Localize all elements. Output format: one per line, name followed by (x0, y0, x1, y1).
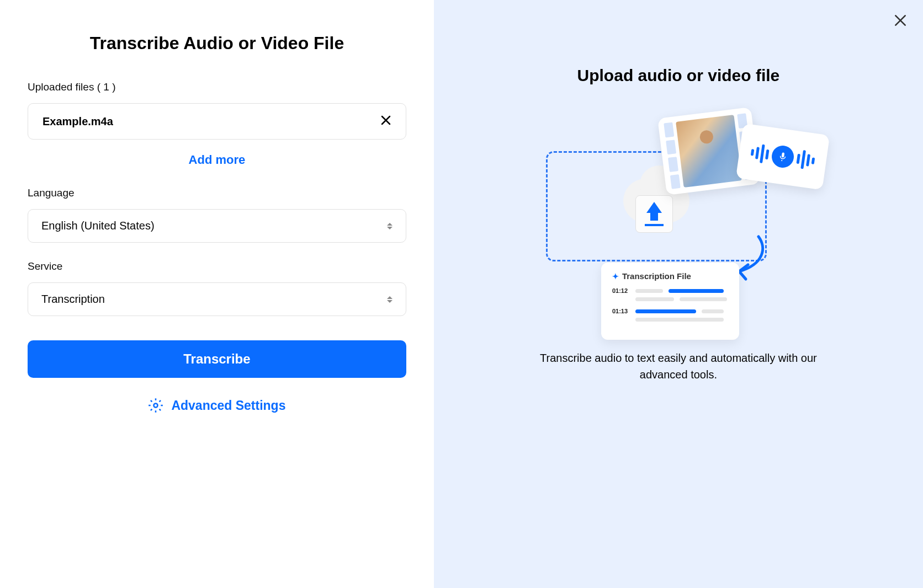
transcribe-button[interactable]: Transcribe (28, 340, 406, 378)
chevron-updown-icon (387, 296, 392, 303)
service-label: Service (28, 260, 406, 272)
language-value: English (United States) (41, 220, 155, 232)
file-name: Example.m4a (43, 115, 113, 128)
microphone-icon (770, 144, 795, 169)
close-icon (380, 115, 391, 126)
close-icon (893, 13, 908, 28)
sparkle-icon: ✦ (612, 272, 619, 281)
upload-illustration: ✦ Transcription File 01:12 01:13 (535, 118, 822, 328)
service-section: Service Transcription (28, 260, 406, 316)
language-select[interactable]: English (United States) (28, 209, 406, 243)
chevron-updown-icon (387, 223, 392, 229)
file-item: Example.m4a (28, 103, 406, 140)
upload-heading: Upload audio or video file (577, 66, 780, 85)
language-section: Language English (United States) (28, 187, 406, 243)
timestamp: 01:12 (612, 287, 630, 294)
page-title: Transcribe Audio or Video File (28, 33, 406, 54)
video-frame-icon (676, 115, 742, 188)
service-value: Transcription (41, 293, 105, 306)
arrow-up-icon (646, 202, 662, 213)
upload-arrow-card (635, 195, 673, 233)
transcription-card-title: ✦ Transcription File (612, 271, 728, 281)
timestamp: 01:13 (612, 308, 630, 314)
close-button[interactable] (893, 13, 908, 29)
right-panel: Upload audio or video file (434, 0, 923, 588)
remove-file-button[interactable] (380, 115, 391, 128)
language-label: Language (28, 187, 406, 199)
gear-icon (148, 398, 163, 413)
waveform-left-icon (750, 143, 770, 164)
advanced-settings-button[interactable]: Advanced Settings (28, 398, 406, 413)
svg-point-0 (154, 404, 158, 408)
service-select[interactable]: Transcription (28, 282, 406, 316)
left-panel: Transcribe Audio or Video File Uploaded … (0, 0, 434, 588)
uploaded-files-section: Uploaded files ( 1 ) Example.m4a Add mor… (28, 81, 406, 167)
transcription-file-card: ✦ Transcription File 01:12 01:13 (601, 263, 739, 340)
upload-description: Transcribe audio to text easily and auto… (524, 350, 833, 383)
uploaded-files-label: Uploaded files ( 1 ) (28, 81, 406, 93)
advanced-settings-label: Advanced Settings (171, 398, 285, 413)
waveform-right-icon (795, 149, 815, 170)
add-more-button[interactable]: Add more (28, 153, 406, 167)
